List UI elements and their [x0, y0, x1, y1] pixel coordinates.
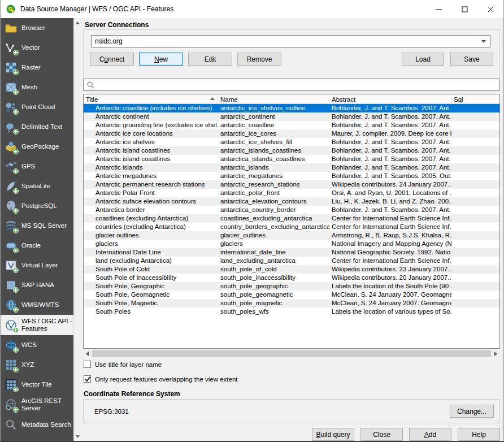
close-dialog-button[interactable]: Close [360, 428, 403, 441]
table-row[interactable]: Antarctic grounding line (excludes ice s… [84, 121, 499, 129]
table-row[interactable]: International Date Lineinternational_dat… [84, 248, 499, 257]
help-button[interactable]: Help [458, 428, 500, 441]
table-row[interactable]: coastlines (excluding Antarctica)coastli… [84, 214, 499, 223]
build-query-button[interactable]: Build query [312, 428, 354, 441]
table-row[interactable]: Antarctica borderantarctica_country_bord… [84, 206, 499, 214]
sidebar-item-arcgis[interactable]: ArcGIS REST Server [1, 395, 73, 415]
cell-abstract: Center for International Earth Science I… [329, 257, 451, 265]
sidebar-item-virtual-layer[interactable]: Virtual Layer [1, 255, 73, 275]
minimize-button[interactable] [425, 0, 451, 18]
cell-name: antarctic_ice_cores [218, 129, 329, 138]
sidebar-item-mesh[interactable]: Mesh [1, 77, 73, 97]
table-row[interactable]: South Pole, Magneticsouth_pole_magneticM… [84, 299, 499, 307]
cell-name: south_pole_magnetic [218, 299, 329, 307]
scroll-right-icon[interactable] [492, 349, 500, 358]
table-row[interactable]: land (excluding Antarctica)land_excludin… [84, 257, 499, 265]
cell-sql [451, 155, 499, 163]
cell-abstract: McClean, S. 24 January 2007. Geomagne... [329, 299, 451, 307]
cell-sql [451, 223, 499, 231]
save-button[interactable]: Save [450, 53, 493, 66]
xyz-icon [5, 358, 18, 371]
table-row[interactable]: Antarctic megadunesantarctic_megadunesBo… [84, 172, 499, 180]
sidebar-item-postgresql[interactable]: PostgreSQL [1, 196, 73, 216]
cell-sql [451, 265, 499, 274]
new-button[interactable]: New [139, 53, 183, 66]
table-row[interactable]: Antarctic ice core locationsantarctic_ic… [84, 129, 499, 138]
change-crs-button[interactable]: Change... [450, 405, 494, 418]
sidebar-item-xyz[interactable]: XYZ [1, 355, 73, 375]
column-header-abstract[interactable]: Abstract [329, 94, 451, 103]
main-panel: Server Connections nsidc.org Connect New… [80, 18, 503, 441]
cell-name: antarctica_islands_coastlines [218, 155, 329, 163]
sidebar-scrollbar[interactable] [73, 18, 80, 441]
table-row[interactable]: Antarctic island coastlinesantarctica_is… [84, 155, 499, 163]
table-row[interactable]: countries (excluding Antarctica)country_… [84, 223, 499, 231]
filter-input[interactable] [97, 80, 499, 90]
sidebar-item-gps[interactable]: GPS [1, 157, 73, 176]
table-row[interactable]: Antarctic permanent research stationsant… [84, 180, 499, 189]
use-title-for-layer-name-checkbox[interactable]: Use title for layer name [84, 361, 162, 368]
only-request-overlapping-checkbox[interactable]: Only request features overlapping the vi… [84, 375, 238, 383]
connection-select[interactable]: nsidc.org [91, 35, 490, 47]
sidebar-item-raster[interactable]: Raster [1, 58, 73, 77]
table-row[interactable]: Antarctic Polar Frontantarctic_polar_fro… [84, 189, 499, 197]
table-row[interactable]: glacier outlinesglacier_outlinesArmstron… [84, 231, 499, 240]
cell-sql [451, 307, 499, 316]
close-button[interactable] [477, 0, 503, 18]
table-row[interactable]: Antarctic continentantarctic_continentBo… [84, 112, 499, 121]
column-header-sql[interactable]: Sql [451, 94, 499, 103]
table-row[interactable]: Antarctic coastline (includes ice shelve… [84, 104, 499, 112]
column-header-title[interactable]: Title [84, 94, 218, 103]
column-header-name[interactable]: Name [218, 94, 329, 103]
delimited-text-icon [5, 120, 18, 133]
cell-sql [451, 231, 499, 240]
sidebar-item-metadata-search[interactable]: Metadata Search [1, 415, 73, 435]
scrollbar-thumb[interactable] [92, 350, 491, 357]
table-row[interactable]: Antarctic ice shelvesantarctic_ice_shelv… [84, 138, 499, 146]
remove-button[interactable]: Remove [237, 53, 281, 66]
sidebar-item-wms[interactable]: WMS/WMTS [1, 295, 73, 315]
connect-button[interactable]: Connect [90, 53, 134, 66]
edit-button[interactable]: Edit [188, 53, 232, 66]
table-row[interactable]: Antarctic islandsantarctic_islandsBohlan… [84, 163, 499, 172]
sidebar-item-wcs[interactable]: WCS [1, 335, 73, 355]
checkbox-box[interactable] [84, 375, 91, 383]
maximize-button[interactable] [451, 0, 477, 18]
postgresql-icon [5, 200, 18, 213]
cell-title: Antarctic grounding line (excludes ice s… [84, 121, 218, 129]
titlebar[interactable]: Data Source Manager | WFS / OGC API - Fe… [1, 0, 503, 18]
sidebar-item-delimited-text[interactable]: Delimited Text [1, 117, 73, 137]
checkbox-box[interactable] [84, 361, 91, 368]
table-row[interactable]: South Pole of Coldsouth_pole_of_coldWiki… [84, 265, 499, 274]
arcgis-icon [5, 398, 18, 411]
sidebar-item-vector-tile[interactable]: Vector Tile [1, 375, 73, 395]
sidebar-item-sap-hana[interactable]: SAP HANA [1, 275, 73, 295]
sidebar-item-spatialite[interactable]: SpatiaLite [1, 176, 73, 196]
browser-icon [5, 21, 18, 34]
load-button[interactable]: Load [402, 53, 444, 66]
sidebar-item-geopackage[interactable]: GeoPackage [1, 137, 73, 157]
table-row[interactable]: South Pole, Geographicsouth_pole_geograp… [84, 282, 499, 291]
sidebar-item-browser[interactable]: Browser [1, 18, 73, 38]
sidebar-item-oracle[interactable]: Oracle [1, 236, 73, 255]
sidebar-item-wfs[interactable]: WFS / OGC API - Features [1, 315, 73, 335]
cell-title: Antarctic suface elevation contours [84, 197, 218, 206]
table-row[interactable]: South Pole of Inaccessibilitysouth_pole_… [84, 274, 499, 282]
table-row[interactable]: South Pole, Geomagneticsouth_pole_geomag… [84, 291, 499, 299]
table-row[interactable]: Antarctic suface elevation contoursantar… [84, 197, 499, 206]
table-row[interactable]: South Polessouth_poles_wfsLabels the loc… [84, 307, 499, 316]
cell-name: glacier_outlines [218, 231, 329, 240]
sidebar-item-vector[interactable]: Vector [1, 38, 73, 58]
cell-title: South Pole, Magnetic [84, 299, 218, 307]
scroll-left-icon[interactable] [83, 349, 92, 358]
table-row[interactable]: Antarctic island coastlinesantarctic_isl… [84, 146, 499, 155]
table-horizontal-scrollbar[interactable] [83, 349, 500, 358]
table-row[interactable]: glaciersglaciersNational Imagery and Map… [84, 240, 499, 248]
cell-abstract: Wikipedia contributors. 23 January 2007.… [329, 265, 451, 274]
table-body: Antarctic coastline (includes ice shelve… [84, 104, 499, 316]
sidebar-item-mssql[interactable]: MS SQL Server [1, 216, 73, 236]
sidebar-item-point-cloud[interactable]: Point Cloud [1, 97, 73, 117]
cell-name: south_pole_geographic [218, 282, 329, 291]
cell-title: Antarctic island coastlines [84, 146, 218, 155]
add-button[interactable]: Add [409, 428, 451, 441]
